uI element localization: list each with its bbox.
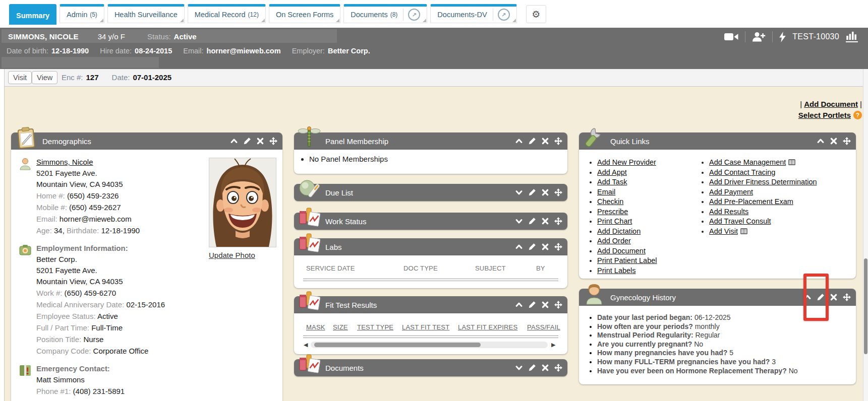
close-icon[interactable]: [541, 217, 549, 225]
patient-name-link[interactable]: Simmons, Nicole: [36, 158, 93, 166]
open-in-new-window-icon[interactable]: ↗: [498, 9, 510, 21]
expand-icon[interactable]: [515, 188, 523, 196]
quick-link[interactable]: Add Appt: [597, 168, 627, 176]
edit-icon[interactable]: [528, 243, 536, 251]
sortable-column-header[interactable]: LAST FIT TEST: [402, 323, 449, 331]
expand-icon[interactable]: [515, 364, 523, 372]
quick-link[interactable]: Print Chart: [597, 217, 632, 225]
list-view-icon[interactable]: [788, 159, 795, 165]
quick-link[interactable]: Add Payment: [709, 188, 753, 196]
move-icon[interactable]: [843, 137, 851, 145]
scrollbar-thumb[interactable]: [314, 343, 481, 347]
tab-on-screen-forms[interactable]: On Screen Forms: [269, 4, 340, 23]
collapse-icon[interactable]: [817, 137, 825, 145]
quick-link[interactable]: Add Pre-Placement Exam: [709, 197, 793, 206]
answer: 3: [772, 358, 776, 366]
quick-link[interactable]: Add Travel Consult: [709, 217, 771, 225]
sortable-column-header[interactable]: LAST FIT EXPIRES: [458, 323, 517, 331]
tab-documents[interactable]: Documents(8)↗: [343, 4, 427, 23]
scroll-left-arrow[interactable]: ◀: [304, 342, 308, 348]
select-portlets-link[interactable]: Select Portlets: [798, 111, 851, 119]
collapse-icon[interactable]: [515, 243, 523, 251]
edit-icon[interactable]: [817, 293, 825, 301]
edit-icon[interactable]: [528, 188, 536, 196]
collapse-icon[interactable]: [515, 301, 523, 309]
sortable-column-header[interactable]: SIZE: [333, 323, 348, 331]
edit-icon[interactable]: [243, 137, 251, 145]
close-icon[interactable]: [541, 137, 549, 145]
tab-admin[interactable]: Admin(5): [60, 4, 104, 23]
view-button[interactable]: View: [32, 71, 57, 84]
tab-medical-record[interactable]: Medical Record(12): [188, 4, 266, 23]
move-icon[interactable]: [554, 243, 562, 251]
close-icon[interactable]: [541, 188, 549, 196]
quick-link[interactable]: Add Dictation: [597, 227, 641, 235]
quick-link[interactable]: Add Order: [597, 237, 631, 245]
close-icon[interactable]: [830, 293, 838, 301]
update-photo-link[interactable]: Update Photo: [209, 251, 255, 259]
quick-action-bolt-icon[interactable]: [779, 32, 786, 42]
sortable-column-header[interactable]: MASK: [306, 323, 325, 331]
close-icon[interactable]: [830, 137, 838, 145]
sortable-column-header[interactable]: TEST TYPE: [357, 323, 393, 331]
tab-settings-button[interactable]: ⚙: [526, 5, 546, 23]
collapse-icon[interactable]: [803, 293, 812, 301]
video-call-icon[interactable]: [724, 32, 738, 41]
vertical-scrollbar[interactable]: [863, 69, 868, 401]
quick-link[interactable]: Add Task: [597, 178, 627, 186]
quick-link[interactable]: Add Visit: [709, 227, 738, 235]
help-icon[interactable]: ?: [853, 111, 862, 119]
edit-icon[interactable]: [528, 364, 536, 372]
portlet-title: Gynecology History: [610, 293, 676, 302]
quick-link[interactable]: Add Case Management: [709, 158, 786, 166]
close-icon[interactable]: [256, 137, 264, 145]
tab-summary[interactable]: Summary: [9, 4, 56, 25]
quick-link[interactable]: Print Labels: [597, 266, 636, 275]
quick-link[interactable]: Prescribe: [597, 208, 628, 216]
question: Have you ever been on Hormone Replacemen…: [597, 367, 787, 375]
move-icon[interactable]: [554, 217, 562, 225]
move-icon[interactable]: [554, 137, 562, 145]
quick-link[interactable]: Checkin: [597, 197, 623, 206]
tab-health-surveillance[interactable]: Health Surveillance: [107, 4, 185, 23]
edit-icon[interactable]: [528, 137, 536, 145]
close-icon[interactable]: [541, 243, 549, 251]
edit-icon[interactable]: [528, 217, 536, 225]
meds-chart-icon: [297, 206, 321, 230]
quick-link[interactable]: Add Document: [597, 247, 646, 255]
bar-chart-icon[interactable]: [846, 31, 858, 42]
quick-link[interactable]: Add Results: [709, 208, 748, 216]
question: Are you currently pregnant?: [597, 340, 692, 348]
expand-icon[interactable]: [515, 217, 523, 225]
tab-divider: [493, 9, 493, 21]
move-icon[interactable]: [554, 301, 562, 309]
open-in-new-window-icon[interactable]: ↗: [408, 9, 420, 21]
move-icon[interactable]: [554, 364, 562, 372]
sortable-column-header[interactable]: PASS/FAIL: [527, 323, 560, 331]
horizontal-scrollbar[interactable]: [311, 342, 548, 348]
add-document-link[interactable]: Add Document: [804, 100, 858, 108]
move-icon[interactable]: [554, 188, 562, 196]
quick-link[interactable]: Add Contact Tracing: [709, 168, 775, 176]
visit-button[interactable]: Visit: [8, 71, 32, 84]
scroll-right-arrow[interactable]: ▶: [551, 342, 555, 348]
add-person-icon[interactable]: [752, 32, 766, 42]
quick-link[interactable]: Email: [597, 188, 615, 196]
quick-link[interactable]: Add New Provider: [597, 158, 656, 166]
collapse-icon[interactable]: [515, 137, 523, 145]
portlet-controls: [515, 213, 562, 230]
quick-link[interactable]: Print Patient Label: [597, 256, 657, 264]
list-item: Add Dictation: [597, 227, 698, 237]
edit-icon[interactable]: [528, 301, 536, 309]
list-item: Menstrual Period Regularity: Regular: [597, 331, 856, 340]
move-icon[interactable]: [269, 137, 277, 145]
field-label: Work #:: [36, 289, 62, 297]
tab-documents-dv[interactable]: Documents-DV↗: [430, 4, 516, 23]
close-icon[interactable]: [541, 301, 549, 309]
scrollbar-thumb[interactable]: [864, 258, 867, 354]
collapse-icon[interactable]: [230, 137, 238, 145]
list-view-icon[interactable]: [740, 228, 747, 234]
move-icon[interactable]: [843, 293, 851, 301]
quick-link[interactable]: Add Driver Fitness Determination: [709, 178, 817, 186]
close-icon[interactable]: [541, 364, 549, 372]
